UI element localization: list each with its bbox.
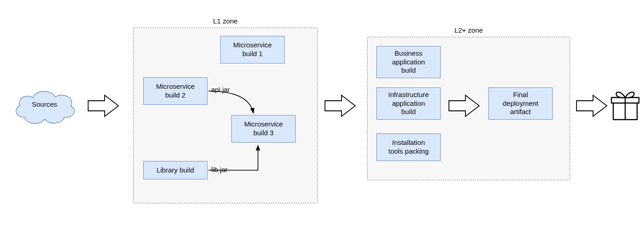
ms-build-3: Microservicebuild 3 — [231, 115, 296, 143]
l2-zone-title: L2+ zone — [368, 26, 570, 34]
final-deployment-artifact: Finaldeploymentartifact — [488, 87, 553, 120]
arrow-final-to-gift — [576, 94, 608, 117]
arrow-ms2-to-ms3 — [207, 90, 263, 118]
arrow-l1-to-l2 — [324, 94, 356, 117]
infra-app-build: Infrastructureapplicationbuild — [376, 87, 441, 120]
gift-icon — [610, 88, 640, 121]
arrow-infra-to-final — [448, 94, 480, 117]
ms-build-2: Microservicebuild 2 — [143, 77, 207, 105]
l1-zone-title: L1 zone — [134, 17, 317, 25]
ms-build-1: Microservicebuild 1 — [220, 36, 285, 63]
library-build: Library build — [143, 161, 207, 179]
arrow-lib-to-ms3 — [207, 143, 272, 175]
sources-cloud-label: Sources — [10, 100, 79, 108]
business-app-build: Businessapplicationbuild — [376, 46, 441, 78]
arrow-sources-to-l1 — [87, 94, 119, 117]
diagram-canvas: Sources L1 zone Microservicebuild 1 Micr… — [0, 0, 644, 230]
install-tools-packing: Installationtools packing — [376, 133, 441, 161]
